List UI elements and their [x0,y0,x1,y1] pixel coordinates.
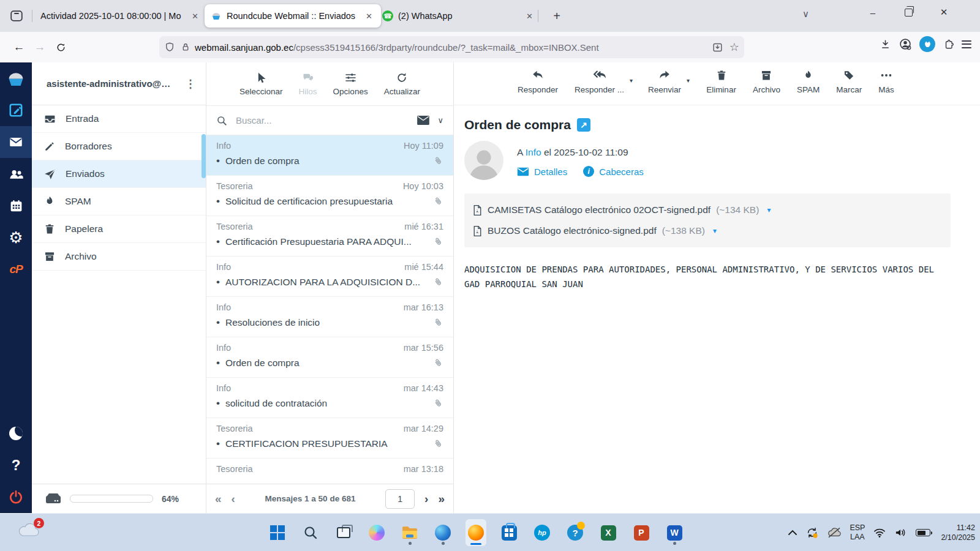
shield-icon[interactable] [164,42,175,53]
list-scrollbar-thumb[interactable] [202,134,206,178]
message-row[interactable]: Tesoreriamar 13:18 [206,459,453,484]
tray-chevron-up-icon[interactable] [788,529,797,536]
select-button[interactable]: Seleccionar [239,72,283,96]
recipient-link[interactable]: Info [526,147,541,157]
reload-button[interactable] [50,37,71,58]
new-tab-button[interactable]: + [548,7,565,24]
list-all-tabs-icon[interactable]: ∨ [802,9,809,20]
hp-app-button[interactable]: hp [532,519,552,546]
open-in-new-window-icon[interactable]: ↗ [577,118,590,132]
dark-mode-button[interactable] [0,418,32,449]
extensions-puzzle-icon[interactable] [943,39,954,50]
folder-archivo[interactable]: Archivo [32,243,206,271]
attachment-row[interactable]: CAMISETAS Catálogo electrónico 02OCT-sig… [473,200,942,220]
tab-close-icon[interactable]: ✕ [189,10,201,22]
bookmark-star-icon[interactable]: ☆ [729,40,739,54]
folder-borradores[interactable]: Borradores [32,133,206,160]
more-button[interactable]: Más [878,69,894,94]
archive-button[interactable]: Archivo [753,69,780,94]
reply-all-button[interactable]: Responder ... ▾ [575,69,624,94]
message-row[interactable]: Tesoreriamié 16:31 •Certificación Presup… [206,216,453,257]
url-bar[interactable]: webmail.sanjuan.gob.ec/cpsess3519415166/… [159,36,744,58]
attachment-row[interactable]: BUZOS Catálogo electrónico-signed.pdf (~… [473,220,942,241]
tab-actividad[interactable]: Actividad 2025-10-01 08:00:00 | Mo ✕ [34,4,207,28]
delete-button[interactable]: Eliminar [706,69,736,94]
reply-button[interactable]: Responder [518,69,558,94]
search-options-chevron-icon[interactable]: ∨ [437,116,443,125]
volume-icon[interactable] [894,527,908,538]
tab-roundcube[interactable]: Roundcube Webmail :: Enviados ✕ [205,4,381,28]
folder-enviados[interactable]: Enviados [32,160,206,188]
search-scope-mail-icon[interactable] [417,115,430,126]
rail-settings-button[interactable]: ⚙ [0,222,32,253]
attachment-menu-caret-icon[interactable]: ▾ [767,206,771,214]
reply-all-caret-icon[interactable]: ▾ [630,77,633,84]
attachment-name[interactable]: CAMISETAS Catálogo electrónico 02OCT-sig… [488,204,710,216]
tab-close-icon[interactable]: ✕ [524,10,535,22]
lock-icon[interactable] [180,42,191,53]
downloads-icon[interactable] [880,39,891,50]
next-page-icon[interactable]: › [424,492,428,506]
compose-button[interactable] [0,94,32,126]
message-row[interactable]: Infomié 15:44 •AUTORIZACION PARA LA ADQU… [206,257,453,297]
rail-contacts-button[interactable] [0,158,32,190]
language-indicator[interactable]: ESP LAA [850,523,865,542]
powerpoint-button[interactable]: P [631,519,652,546]
word-button[interactable]: W [664,519,685,546]
folder-spam[interactable]: SPAM [32,188,206,216]
task-view-button[interactable] [333,519,354,546]
tab-close-icon[interactable]: ✕ [363,10,375,22]
account-menu-icon[interactable]: ⋮ [181,77,200,91]
forward-button[interactable]: Reenviar ▾ [648,69,681,94]
help-button[interactable]: ? [0,449,32,481]
threads-button[interactable]: Hilos [299,72,317,96]
message-row[interactable]: InfoHoy 11:09 •Orden de compra [206,135,453,176]
forward-caret-icon[interactable]: ▾ [687,77,690,84]
battery-icon[interactable] [916,529,930,536]
firefox-view-button[interactable] [7,8,26,24]
onedrive-tray-button[interactable]: 2 [17,522,42,543]
tray-clock[interactable]: 11:42 2/10/2025 [941,523,975,542]
excel-button[interactable]: X [598,519,619,546]
mark-button[interactable]: Marcar [836,69,862,94]
options-button[interactable]: Opciones [333,72,368,96]
taskbar-search-button[interactable] [300,519,321,546]
cpanel-logo[interactable]: cP [0,253,32,285]
help-app-button[interactable]: ? [565,519,586,546]
headers-link[interactable]: Cabeceras [599,167,644,177]
spam-button[interactable]: SPAM [797,69,820,94]
microsoft-store-button[interactable] [499,519,519,546]
folder-papelera[interactable]: Papelera [32,216,206,243]
search-input[interactable] [235,114,409,126]
attachment-menu-caret-icon[interactable]: ▾ [713,227,717,235]
sync-status-icon[interactable] [805,527,819,539]
message-row[interactable]: Infomar 16:13 •Resoluciones de inicio [206,297,453,337]
start-button[interactable] [267,519,288,546]
message-row[interactable]: Infomar 14:43 •solicitud de contratación [206,378,453,418]
file-explorer-button[interactable] [399,519,420,546]
onedrive-paused-icon[interactable] [827,527,842,538]
firefox-button[interactable] [466,519,486,546]
close-window-button[interactable]: ✕ [930,0,958,24]
prev-page-icon[interactable]: ‹ [232,492,235,506]
save-page-icon[interactable] [712,42,723,53]
first-page-icon[interactable]: « [215,492,222,506]
attachment-name[interactable]: BUZOS Catálogo electrónico-signed.pdf [488,225,657,236]
message-row[interactable]: TesoreriaHoy 10:03 •Solicitud de certifi… [206,176,453,216]
back-button[interactable]: ← [9,37,29,58]
minimize-button[interactable]: – [859,0,887,24]
account-icon[interactable] [899,37,912,51]
page-number-input[interactable]: 1 [385,489,415,509]
folder-entrada[interactable]: Entrada [32,105,206,133]
firefox-extension-icon[interactable] [919,36,935,52]
details-link[interactable]: Detalles [534,167,567,177]
edge-button[interactable] [432,519,453,546]
rail-calendar-button[interactable] [0,190,32,222]
copilot-button[interactable] [366,519,387,546]
refresh-button[interactable]: Actualizar [384,72,420,96]
tab-whatsapp[interactable]: ☎ (2) WhatsApp ✕ [376,4,541,28]
rail-mail-button[interactable] [0,126,32,158]
message-row[interactable]: Infomar 15:56 •Orden de compra [206,337,453,378]
menu-hamburger-icon[interactable] [962,40,971,48]
restore-button[interactable] [894,0,922,24]
